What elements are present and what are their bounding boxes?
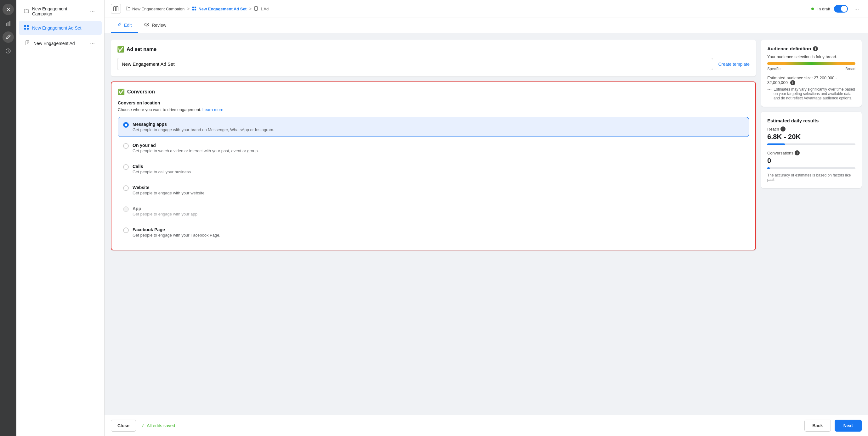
radio-calls-label: Calls: [132, 164, 192, 169]
review-tab-icon: [144, 22, 149, 28]
nav-item-adset[interactable]: New Engagement Ad Set ···: [19, 21, 102, 35]
radio-website-content: Website Get people to engage with your w…: [132, 185, 206, 195]
breadcrumb-campaign-label: New Engagement Campaign: [132, 7, 185, 11]
breadcrumb-adset-label: New Engagement Ad Set: [198, 7, 247, 11]
toggle-panel-button[interactable]: [111, 4, 121, 14]
campaign-label: New Engagement Campaign: [32, 6, 85, 16]
audience-size: Estimated audience size: 27,200,000 - 32…: [767, 75, 856, 85]
conversion-card: ✅ Conversion Conversion location Choose …: [111, 81, 756, 250]
adset-name-input-row: Create template: [117, 58, 750, 70]
charts-button[interactable]: [2, 18, 14, 29]
adset-name-input[interactable]: [117, 58, 713, 70]
bc-folder-icon: [126, 6, 130, 12]
draft-toggle[interactable]: [834, 5, 848, 12]
radio-calls-desc: Get people to call your business.: [132, 170, 192, 174]
audience-note: 〜 Estimates may vary significantly over …: [767, 87, 856, 100]
campaign-more-button[interactable]: ···: [88, 7, 97, 15]
breadcrumb-ad[interactable]: 1 Ad: [254, 6, 269, 12]
close-sidebar-button[interactable]: ✕: [2, 4, 14, 15]
draft-status-dot: [811, 7, 814, 10]
svg-rect-2: [9, 21, 10, 26]
bottom-right: Back Next: [804, 420, 862, 432]
folder-icon: [24, 8, 29, 14]
svg-rect-4: [24, 25, 26, 27]
breadcrumb-campaign[interactable]: New Engagement Campaign: [126, 6, 185, 12]
radio-calls-circle: [123, 164, 129, 170]
audience-desc: Your audience selection is fairly broad.: [767, 55, 856, 59]
conversations-value: 0: [767, 157, 856, 165]
reach-info-icon[interactable]: i: [780, 127, 785, 132]
conversion-header: ✅ Conversion: [118, 89, 749, 95]
reach-bar: [767, 143, 856, 145]
tab-edit[interactable]: Edit: [111, 18, 138, 33]
radio-messaging-content: Messaging apps Get people to engage with…: [132, 122, 274, 132]
radio-on-ad[interactable]: On your ad Get people to watch a video o…: [118, 138, 749, 158]
adset-name-header: ✅ Ad set name: [117, 46, 750, 53]
svg-rect-14: [194, 8, 196, 10]
audience-meter-labels: Specific Broad: [767, 67, 856, 71]
audience-info-icon[interactable]: i: [813, 46, 818, 51]
breadcrumb-sep-1: >: [187, 6, 189, 11]
radio-on-ad-circle: [123, 143, 129, 149]
radio-messaging-label: Messaging apps: [132, 122, 274, 127]
radio-app-desc: Get people to engage with your app.: [132, 212, 199, 216]
history-button[interactable]: [2, 45, 14, 57]
svg-rect-0: [6, 23, 7, 26]
daily-results-card: Estimated daily results Reach i 6.8K - 2…: [761, 112, 862, 188]
learn-more-link[interactable]: Learn more: [203, 107, 223, 112]
bc-ad-icon: [254, 6, 258, 12]
ad-file-icon: [25, 40, 30, 46]
adset-label: New Engagement Ad Set: [32, 26, 85, 31]
radio-website[interactable]: Website Get people to engage with your w…: [118, 180, 749, 200]
radio-facebook-page-desc: Get people to engage with your Facebook …: [132, 233, 220, 237]
radio-messaging[interactable]: Messaging apps Get people to engage with…: [118, 117, 749, 137]
breadcrumb-adset[interactable]: New Engagement Ad Set: [192, 6, 247, 12]
radio-calls-content: Calls Get people to call your business.: [132, 164, 192, 174]
radio-website-desc: Get people to engage with your website.: [132, 191, 206, 195]
main-content: New Engagement Campaign > New Engagement…: [104, 0, 868, 436]
next-button[interactable]: Next: [835, 420, 862, 432]
adset-more-button[interactable]: ···: [88, 24, 97, 32]
radio-facebook-page-content: Facebook Page Get people to engage with …: [132, 227, 220, 237]
radio-website-label: Website: [132, 185, 206, 190]
svg-point-17: [146, 24, 148, 26]
radio-on-ad-content: On your ad Get people to watch a video o…: [132, 143, 259, 153]
back-button[interactable]: Back: [804, 420, 831, 432]
conversations-bar: [767, 167, 856, 169]
trend-icon: 〜: [767, 87, 772, 100]
conversion-desc: Choose where you want to drive engagemen…: [118, 107, 749, 112]
svg-rect-7: [27, 28, 29, 30]
conversion-title: Conversion: [127, 89, 155, 95]
nav-item-campaign[interactable]: New Engagement Campaign ···: [19, 3, 102, 20]
radio-on-ad-desc: Get people to watch a video or interact …: [132, 148, 259, 153]
radio-app[interactable]: App Get people to engage with your app.: [118, 201, 749, 221]
radio-app-label: App: [132, 206, 199, 211]
radio-messaging-desc: Get people to engage with your brand on …: [132, 127, 274, 132]
radio-facebook-page-circle: [123, 228, 129, 233]
create-template-link[interactable]: Create template: [718, 62, 750, 67]
ad-more-button[interactable]: ···: [88, 39, 97, 47]
adset-name-title: Ad set name: [127, 46, 156, 52]
tab-review[interactable]: Review: [138, 18, 173, 33]
daily-results-title: Estimated daily results: [767, 118, 856, 123]
audience-size-info-icon[interactable]: i: [790, 80, 795, 85]
breadcrumb-right: In draft ···: [811, 4, 862, 14]
radio-messaging-circle: [123, 122, 129, 128]
svg-rect-15: [255, 6, 257, 10]
audience-definition-card: Audience definition i Your audience sele…: [761, 40, 862, 107]
radio-facebook-page[interactable]: Facebook Page Get people to engage with …: [118, 223, 749, 242]
nav-panel: New Engagement Campaign ··· New Engageme…: [17, 0, 104, 436]
bc-grid-icon: [192, 6, 196, 12]
close-button[interactable]: Close: [111, 420, 136, 432]
audience-meter: [767, 62, 856, 65]
radio-calls[interactable]: Calls Get people to call your business.: [118, 159, 749, 179]
breadcrumb-more-button[interactable]: ···: [851, 4, 862, 14]
edit-tab-label: Edit: [124, 23, 132, 28]
breadcrumb-bar: New Engagement Campaign > New Engagement…: [104, 0, 868, 18]
svg-rect-6: [24, 28, 26, 30]
nav-item-ad[interactable]: New Engagement Ad ···: [19, 36, 102, 50]
conversations-info-icon[interactable]: i: [795, 150, 800, 156]
svg-rect-11: [192, 6, 194, 8]
draft-status-label: In draft: [818, 7, 830, 11]
edit-nav-button[interactable]: [2, 31, 14, 43]
